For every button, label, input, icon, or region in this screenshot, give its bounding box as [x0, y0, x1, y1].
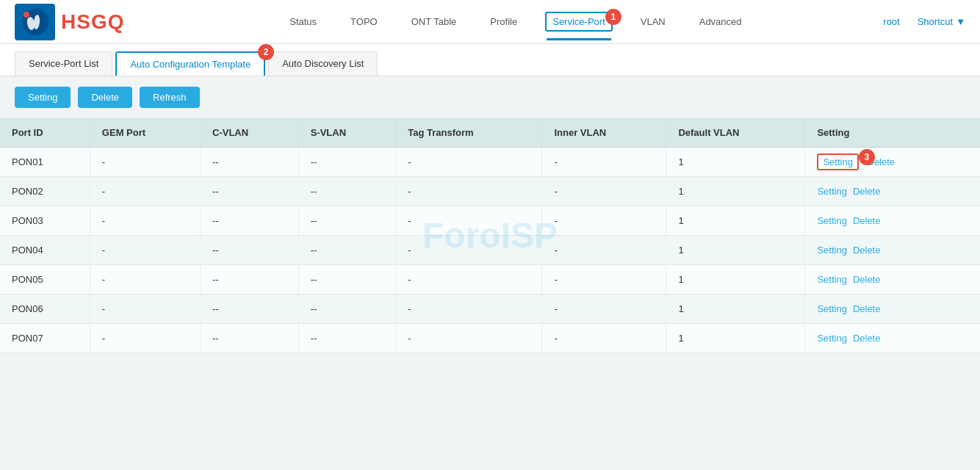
cell-4: -	[396, 206, 542, 236]
setting-button[interactable]: Setting	[15, 87, 71, 108]
action-cell: SettingDelete	[805, 265, 980, 294]
cell-0: PON06	[0, 294, 90, 324]
table-row: PON04-------1SettingDelete	[0, 236, 980, 265]
setting-action-link[interactable]: Setting	[817, 333, 846, 344]
col-default-vlan: Default VLAN	[666, 118, 805, 148]
col-inner-vlan: Inner VLAN	[542, 118, 666, 148]
nav-service-port[interactable]: Service-Port	[545, 12, 613, 32]
cell-5: -	[542, 265, 666, 294]
cell-5: -	[542, 294, 666, 324]
cell-3: --	[298, 177, 396, 206]
cell-1: -	[90, 294, 200, 324]
cell-2: --	[201, 206, 299, 236]
action-cell: SettingDelete	[805, 177, 980, 206]
cell-5: -	[542, 206, 666, 236]
nav-profile[interactable]: Profile	[484, 13, 523, 30]
tab-auto-config-template[interactable]: Auto Configuration Template	[115, 51, 265, 76]
cell-6: 1	[666, 177, 805, 206]
cell-6: 1	[666, 324, 805, 353]
cell-2: --	[201, 236, 299, 265]
delete-action-link[interactable]: Delete	[853, 274, 881, 285]
setting-action-link[interactable]: Setting	[817, 186, 846, 197]
cell-6: 1	[666, 265, 805, 294]
delete-action-link[interactable]: Delete	[853, 215, 881, 226]
col-port-id: Port ID	[0, 118, 90, 148]
tab-service-port-list[interactable]: Service-Port List	[15, 51, 112, 76]
sub-tabs: Service-Port List Auto Configuration Tem…	[0, 44, 980, 76]
col-tag-transform: Tag Transform	[396, 118, 542, 148]
table-row: PON06-------1SettingDelete	[0, 294, 980, 324]
col-setting: Setting	[805, 118, 980, 148]
cell-4: -	[396, 324, 542, 353]
cell-1: -	[90, 148, 200, 177]
cell-0: PON02	[0, 177, 90, 206]
cell-0: PON01	[0, 148, 90, 177]
delete-action-link[interactable]: Delete	[853, 333, 881, 344]
nav-status[interactable]: Status	[284, 13, 323, 30]
main-nav: Status TOPO ONT Table Profile Service-Po…	[154, 13, 877, 30]
cell-0: PON07	[0, 324, 90, 353]
cell-1: -	[90, 324, 200, 353]
cell-1: -	[90, 236, 200, 265]
cell-3: --	[298, 265, 396, 294]
nav-shortcut-label: Shortcut	[918, 16, 953, 27]
setting-action-link[interactable]: Setting	[817, 215, 846, 226]
cell-1: -	[90, 265, 200, 294]
cell-1: -	[90, 206, 200, 236]
delete-action-link[interactable]: Delete	[853, 303, 881, 314]
table-header-row: Port ID GEM Port C-VLAN S-VLAN Tag Trans…	[0, 118, 980, 148]
cell-6: 1	[666, 148, 805, 177]
table-row: PON01-------1Setting3 Delete	[0, 148, 980, 177]
delete-action-link[interactable]: Delete	[853, 186, 881, 197]
cell-0: PON04	[0, 236, 90, 265]
cell-2: --	[201, 265, 299, 294]
table-container: Port ID GEM Port C-VLAN S-VLAN Tag Trans…	[0, 118, 980, 353]
nav-topo[interactable]: TOPO	[345, 13, 383, 30]
cell-2: --	[201, 177, 299, 206]
cell-5: -	[542, 177, 666, 206]
svg-point-3	[24, 12, 29, 18]
cell-0: PON03	[0, 206, 90, 236]
cell-2: --	[201, 324, 299, 353]
tab-auto-discovery-list[interactable]: Auto Discovery List	[268, 51, 378, 76]
nav-shortcut-dropdown[interactable]: Shortcut ▼	[918, 16, 965, 27]
table-row: PON02-------1SettingDelete	[0, 177, 980, 206]
nav-vlan[interactable]: VLAN	[635, 13, 671, 30]
annotation-badge-3: 3	[859, 149, 875, 165]
setting-action-link[interactable]: Setting	[817, 303, 846, 314]
nav-ont-table[interactable]: ONT Table	[406, 13, 463, 30]
setting-action-link[interactable]: Setting	[817, 274, 846, 285]
delete-action-link[interactable]: Delete	[853, 245, 881, 256]
action-cell: SettingDelete	[805, 294, 980, 324]
col-s-vlan: S-VLAN	[298, 118, 396, 148]
logo-area: HSGQ	[15, 4, 124, 40]
cell-2: --	[201, 294, 299, 324]
action-cell: Setting3 Delete	[805, 148, 980, 177]
cell-3: --	[298, 294, 396, 324]
nav-advanced[interactable]: Advanced	[693, 13, 748, 30]
cell-3: --	[298, 236, 396, 265]
cell-6: 1	[666, 294, 805, 324]
cell-4: -	[396, 236, 542, 265]
col-gem-port: GEM Port	[90, 118, 200, 148]
delete-button[interactable]: Delete	[78, 87, 132, 108]
header: HSGQ Status TOPO ONT Table Profile Servi…	[0, 0, 980, 44]
col-c-vlan: C-VLAN	[201, 118, 299, 148]
setting-action-link[interactable]: Setting	[817, 153, 858, 170]
action-cell: SettingDelete	[805, 206, 980, 236]
cell-3: --	[298, 324, 396, 353]
cell-4: -	[396, 265, 542, 294]
toolbar: Setting Delete Refresh	[0, 76, 980, 118]
table-row: PON03-------1SettingDelete	[0, 206, 980, 236]
table-row: PON07-------1SettingDelete	[0, 324, 980, 353]
cell-3: --	[298, 148, 396, 177]
cell-4: -	[396, 294, 542, 324]
table-row: PON05-------1SettingDelete	[0, 265, 980, 294]
nav-root[interactable]: root	[877, 13, 905, 30]
setting-action-link[interactable]: Setting	[817, 245, 846, 256]
chevron-down-icon: ▼	[956, 16, 965, 27]
cell-5: -	[542, 148, 666, 177]
main-table: Port ID GEM Port C-VLAN S-VLAN Tag Trans…	[0, 118, 980, 353]
refresh-button[interactable]: Refresh	[140, 87, 200, 108]
cell-4: -	[396, 177, 542, 206]
